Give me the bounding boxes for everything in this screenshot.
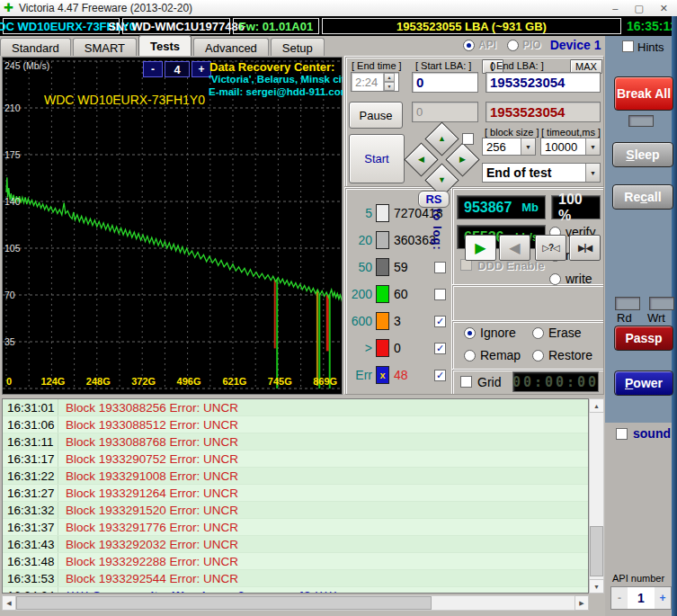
api-plus-button[interactable]: +: [655, 587, 671, 609]
hints-checkbox[interactable]: [622, 40, 634, 52]
iolog-to-log-checkbox[interactable]: [434, 262, 446, 273]
mode-radio-write[interactable]: [549, 273, 561, 285]
seek-end-button[interactable]: ▶|◀: [569, 235, 601, 261]
down-arrow-icon: ▼: [438, 176, 446, 184]
iolog-threshold-label: Err: [347, 368, 372, 382]
svg-text:35: 35: [4, 336, 15, 347]
api-radio[interactable]: [463, 40, 475, 51]
wrt-label: Wrt: [647, 311, 665, 325]
scan-back-button[interactable]: ◀: [499, 235, 530, 261]
log-message: Block 1933291008 Error: UNCR: [58, 469, 238, 483]
svg-text:245 (Mb/s): 245 (Mb/s): [4, 60, 49, 71]
speed-band-swatch: [376, 312, 389, 330]
start-button[interactable]: Start: [349, 134, 405, 183]
chevron-down-icon[interactable]: ▼: [585, 138, 600, 155]
play-icon: ▶: [475, 239, 485, 256]
sound-checkbox[interactable]: [616, 428, 628, 440]
speed-graph-panel: 245 (Mb/s)21017514010570350124G248G372G4…: [2, 57, 343, 395]
iolog-to-log-checkbox[interactable]: ✓: [434, 370, 446, 381]
log-timestamp: 16:31:01: [3, 399, 58, 415]
policy-label: Remap: [480, 348, 521, 362]
log-timestamp: 16:31:17: [3, 451, 58, 467]
minimize-button[interactable]: –: [612, 3, 618, 14]
percent-value: 100 %: [558, 192, 593, 224]
end-time-label: [ End time ]: [352, 60, 402, 71]
sleep-button[interactable]: Sleep: [612, 142, 673, 167]
zoom-level-value: 4: [165, 61, 190, 77]
log-message: Block 1933292288 Error: UNCR: [58, 555, 238, 568]
svg-text:70: 70: [4, 290, 15, 300]
log-row: 16:31:43Block 1933292032 Error: UNCR: [3, 536, 588, 553]
end-lba-input[interactable]: 1953523054: [485, 72, 601, 93]
log-timestamp: 16:31:37: [3, 519, 58, 535]
recall-button[interactable]: Recall: [612, 184, 673, 210]
policy-radio-remap[interactable]: [464, 350, 476, 362]
passp-button[interactable]: Passp: [614, 326, 673, 351]
block-size-checkbox[interactable]: [462, 133, 474, 145]
maximize-button[interactable]: ▢: [634, 3, 643, 14]
scroll-down-arrow[interactable]: ▼: [589, 579, 604, 594]
grid-label: Grid: [477, 375, 501, 389]
log-timestamp: 16:31:06: [3, 416, 58, 433]
end-action-select[interactable]: End of test ▼: [482, 163, 601, 183]
tab-advanced[interactable]: Advanced: [193, 38, 269, 56]
scan-forward-button[interactable]: ▶: [465, 235, 496, 261]
scroll-left-arrow[interactable]: ◀: [2, 595, 16, 611]
error-x-icon: x: [376, 366, 389, 384]
vscroll-thumb[interactable]: [590, 526, 603, 576]
policy-radio-restore[interactable]: [532, 350, 544, 362]
speed-band-swatch: [376, 204, 389, 222]
pio-label: PIO: [522, 39, 541, 51]
api-minus-button[interactable]: -: [611, 587, 628, 609]
pio-radio[interactable]: [507, 40, 519, 51]
seek-end-icon: ▶|◀: [578, 243, 592, 253]
iolog-threshold-label: >: [347, 341, 372, 355]
overlay-title: Data Recovery Center:: [209, 60, 334, 74]
break-all-button[interactable]: Break All: [614, 76, 673, 111]
drive-info-bar: WDC WD10EURX-73FH1Y0 SN: WD-WMC1U1977486…: [0, 16, 677, 36]
tab-setup[interactable]: Setup: [271, 38, 325, 56]
scroll-up-arrow[interactable]: ▲: [589, 398, 604, 413]
close-button[interactable]: ✕: [660, 3, 668, 14]
api-number-label: API number: [612, 573, 664, 584]
policy-radio-ignore[interactable]: [464, 327, 476, 339]
iolog-to-log-checkbox[interactable]: ✓: [434, 343, 446, 354]
end-lba-current-display: 1953523054: [485, 102, 601, 122]
log-message: Block 1933290752 Error: UNCR: [58, 452, 238, 466]
sleep-label: Sleep: [626, 147, 659, 162]
graph-drive-label: WDC WD10EURX-73FH1Y0: [44, 93, 205, 107]
log-row: 16:31:17Block 1933290752 Error: UNCR: [3, 451, 588, 468]
iolog-row: 20060: [347, 281, 448, 308]
iolog-to-log-checkbox[interactable]: ✓: [434, 316, 446, 327]
timer-value: 00:00:00: [512, 374, 599, 390]
tab-tests[interactable]: Tests: [138, 35, 192, 56]
end-time-spinner[interactable]: 2:24 ▲▼: [351, 72, 399, 92]
speed-graph: 245 (Mb/s)21017514010570350124G248G372G4…: [3, 58, 342, 394]
mb-display: 953867 Mb: [457, 195, 546, 219]
error-policy-group: IgnoreEraseRemapRestore: [464, 326, 601, 362]
chevron-down-icon[interactable]: ▼: [521, 138, 535, 155]
grid-checkbox[interactable]: [460, 376, 472, 388]
start-lba-input[interactable]: 0: [412, 72, 478, 93]
log-timestamp: 16:31:32: [3, 502, 58, 518]
zoom-out-button[interactable]: -: [143, 61, 163, 77]
iolog-to-log-checkbox[interactable]: [434, 289, 446, 300]
log-timestamp: 16:31:22: [3, 468, 58, 484]
right-arrow-icon: ▶: [459, 156, 466, 164]
end-time-spin-buttons[interactable]: ▲▼: [383, 73, 395, 91]
iolog-row: >0✓: [347, 335, 448, 362]
block-size-select[interactable]: 256 ▼: [482, 138, 536, 156]
scroll-right-arrow[interactable]: ▶: [575, 595, 589, 611]
timeout-select[interactable]: 10000 ▼: [540, 138, 601, 156]
end-action-value: End of test: [486, 165, 551, 180]
chevron-down-icon[interactable]: ▼: [585, 164, 600, 182]
pause-button[interactable]: Pause: [349, 102, 403, 129]
policy-option: Erase: [532, 326, 601, 340]
tab-standard[interactable]: Standard: [0, 38, 71, 56]
policy-radio-erase[interactable]: [532, 327, 544, 339]
speed-band-swatch: [376, 339, 389, 357]
tab-smart[interactable]: SMART: [73, 38, 137, 56]
power-button[interactable]: Power: [614, 370, 673, 396]
hscroll-thumb[interactable]: [16, 596, 432, 610]
seek-question-button[interactable]: ▷?◁: [535, 235, 566, 261]
